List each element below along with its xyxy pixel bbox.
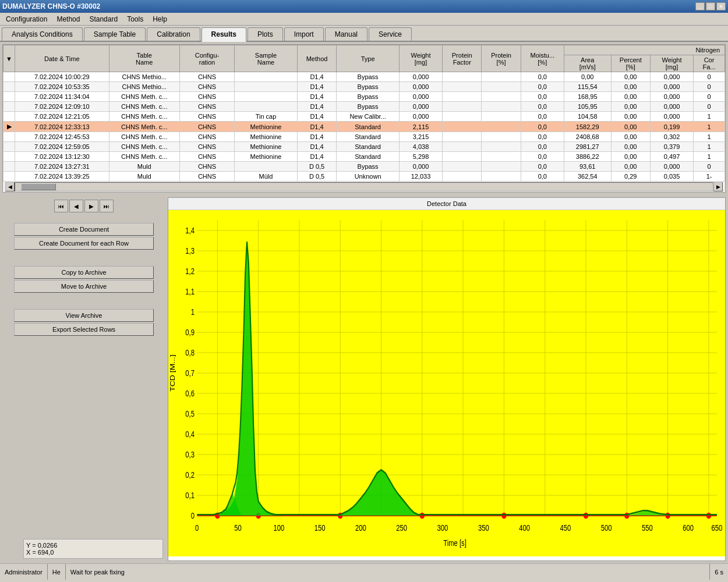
scrollbar-track[interactable]	[15, 182, 713, 191]
th-tablename[interactable]: TableName	[109, 45, 179, 72]
th-weight[interactable]: Weight[mg]	[399, 45, 442, 72]
table-row[interactable]: ▶ 7.02.2024 12:33:13 CHNS Meth. c... CHN…	[3, 122, 725, 132]
create-document-each-button[interactable]: Create Document for each Row	[14, 237, 154, 250]
cell-proteinfactor	[443, 122, 482, 132]
nav-next-button[interactable]: ▶	[84, 200, 98, 212]
maximize-button[interactable]: □	[706, 2, 715, 10]
th-method[interactable]: Method	[297, 45, 336, 72]
table-scroll[interactable]: ▼ Date & Time TableName Configu-ration S…	[3, 45, 725, 182]
cell-method: D1,4	[297, 132, 336, 142]
svg-text:150: 150	[314, 524, 326, 533]
cell-method: D1,4	[297, 82, 336, 92]
cell-proteinfactor	[443, 172, 482, 182]
nav-first-button[interactable]: ⏮	[54, 200, 68, 212]
th-weightmg[interactable]: Weight[mg]	[650, 55, 693, 72]
menu-method[interactable]: Method	[52, 14, 84, 24]
tab-sample-table[interactable]: Sample Table	[84, 27, 146, 41]
cell-weightmg: 0,302	[650, 132, 693, 142]
cell-area: 168,95	[564, 92, 611, 102]
scrollbar-thumb[interactable]	[21, 183, 56, 190]
tab-analysis-conditions[interactable]: Analysis Conditions	[2, 27, 83, 41]
th-proteinfactor[interactable]: ProteinFactor	[443, 45, 482, 72]
menu-configuration[interactable]: Configuration	[1, 14, 52, 24]
status-bar: Administrator He Wait for peak fixing 6 …	[0, 563, 728, 580]
row-indicator	[3, 112, 15, 122]
close-button[interactable]: ×	[716, 2, 726, 10]
th-moisture[interactable]: Moistu...[%]	[521, 45, 564, 72]
cell-proteinpct	[482, 92, 521, 102]
cell-weight: 4,038	[399, 142, 442, 152]
cell-cor: 1	[694, 142, 725, 152]
cell-cor: 0	[694, 102, 725, 112]
nav-last-button[interactable]: ⏭	[100, 200, 114, 212]
create-document-button[interactable]: Create Document	[14, 223, 154, 236]
cell-area: 104,58	[564, 112, 611, 122]
chart-container[interactable]: 0 0,1 0,2 0,3 0,4 0,5 0,6 0,7 0,8 0,9 1 …	[168, 210, 725, 556]
th-percent[interactable]: Percent[%]	[611, 55, 650, 72]
svg-text:0,2: 0,2	[185, 471, 195, 480]
cell-area: 0,00	[564, 72, 611, 82]
cell-cor: 1-	[694, 172, 725, 182]
cell-moisture: 0,0	[521, 82, 564, 92]
horizontal-scrollbar[interactable]: ◀ ▶	[5, 182, 723, 192]
tab-results[interactable]: Results	[202, 27, 246, 42]
copy-to-archive-button[interactable]: Copy to Archive	[14, 266, 154, 279]
th-proteinpct[interactable]: Protein[%]	[482, 45, 521, 72]
table-row[interactable]: 7.02.2024 10:53:35 CHNS Methio... CHNS D…	[3, 82, 725, 92]
cell-weight: 0,000	[399, 112, 442, 122]
cell-weightmg: 0,000	[650, 72, 693, 82]
svg-text:0: 0	[195, 524, 199, 533]
export-selected-button[interactable]: Export Selected Rows	[14, 323, 154, 336]
th-datetime[interactable]: Date & Time	[15, 45, 109, 72]
status-time: 6 s	[709, 564, 728, 580]
cell-percent: 0,00	[611, 72, 650, 82]
cell-moisture: 0,0	[521, 152, 564, 162]
svg-text:1,4: 1,4	[185, 226, 195, 235]
tab-import[interactable]: Import	[284, 27, 324, 41]
cell-cor: 0	[694, 92, 725, 102]
tab-service[interactable]: Service	[369, 27, 412, 41]
title-bar: DUMALYZER CHNS-O #30002 _ □ ×	[0, 0, 728, 13]
th-config[interactable]: Configu-ration	[179, 45, 234, 72]
table-row[interactable]: 7.02.2024 13:39:25 Muld CHNS Müld D 0,5 …	[3, 172, 725, 182]
th-samplename[interactable]: SampleName	[235, 45, 298, 72]
menu-help[interactable]: Help	[148, 14, 172, 24]
scroll-right-arrow[interactable]: ▶	[713, 182, 723, 191]
cell-type: Bypass	[337, 92, 400, 102]
cell-proteinpct	[482, 102, 521, 112]
cell-proteinfactor	[443, 102, 482, 112]
view-archive-button[interactable]: View Archive	[14, 309, 154, 322]
th-type[interactable]: Type	[337, 45, 400, 72]
move-to-archive-button[interactable]: Move to Archive	[14, 280, 154, 293]
table-row[interactable]: 7.02.2024 13:12:30 CHNS Meth. c... CHNS …	[3, 152, 725, 162]
window-controls[interactable]: _ □ ×	[695, 2, 726, 10]
menu-standard[interactable]: Standard	[84, 14, 122, 24]
menu-tools[interactable]: Tools	[122, 14, 148, 24]
cell-config: CHNS	[179, 112, 234, 122]
tab-manual[interactable]: Manual	[325, 27, 367, 41]
table-row[interactable]: 7.02.2024 10:00:29 CHNS Methio... CHNS D…	[3, 72, 725, 82]
table-row[interactable]: 7.02.2024 11:34:04 CHNS Meth. c... CHNS …	[3, 92, 725, 102]
th-area[interactable]: Area[mVs]	[564, 55, 611, 72]
minimize-button[interactable]: _	[695, 2, 705, 10]
cell-samplename	[235, 72, 298, 82]
table-row[interactable]: 7.02.2024 12:45:53 CHNS Meth. c... CHNS …	[3, 132, 725, 142]
table-row[interactable]: 7.02.2024 12:59:05 CHNS Meth. c... CHNS …	[3, 142, 725, 152]
cell-percent: 0,00	[611, 102, 650, 112]
table-row[interactable]: 7.02.2024 13:27:31 Muld CHNS D 0,5 Bypas…	[3, 162, 725, 172]
table-row[interactable]: 7.02.2024 12:21:05 CHNS Meth. c... CHNS …	[3, 112, 725, 122]
scroll-left-arrow[interactable]: ◀	[5, 182, 15, 191]
cell-moisture: 0,0	[521, 142, 564, 152]
th-cor[interactable]: CorFa...	[694, 55, 725, 72]
table-row[interactable]: 7.02.2024 12:09:10 CHNS Meth. c... CHNS …	[3, 102, 725, 112]
tab-calibration[interactable]: Calibration	[147, 27, 200, 41]
cell-tablename: CHNS Methio...	[109, 82, 179, 92]
svg-text:1,2: 1,2	[185, 267, 195, 276]
cell-tablename: CHNS Meth. c...	[109, 112, 179, 122]
cell-percent: 0,00	[611, 162, 650, 172]
tab-plots[interactable]: Plots	[248, 27, 283, 41]
cell-area: 2408,68	[564, 132, 611, 142]
nav-prev-button[interactable]: ◀	[69, 200, 83, 212]
svg-text:TCD [M...]: TCD [M...]	[169, 354, 176, 392]
cell-method: D1,4	[297, 122, 336, 132]
